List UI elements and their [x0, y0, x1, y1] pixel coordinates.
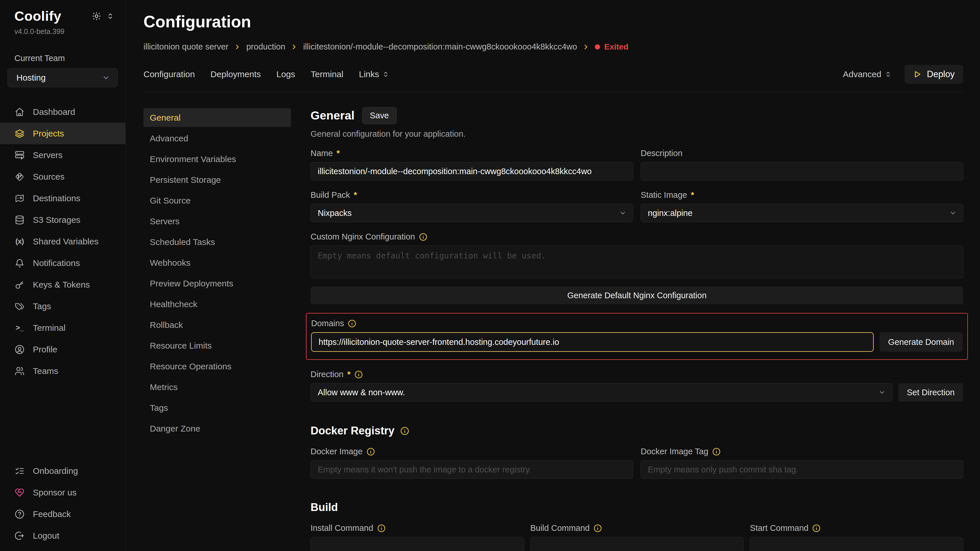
info-icon[interactable] [377, 524, 386, 533]
deploy-button[interactable]: Deploy [905, 65, 964, 84]
subnav-general[interactable]: General [143, 108, 291, 127]
required-mark: * [354, 190, 357, 200]
save-button[interactable]: Save [362, 107, 397, 124]
page-title: Configuration [143, 12, 963, 31]
generate-nginx-button[interactable]: Generate Default Nginx Configuration [310, 286, 963, 304]
tab-logs[interactable]: Logs [277, 69, 295, 79]
sidebar-item-projects[interactable]: Projects [0, 123, 125, 144]
theme-sun-icon[interactable] [92, 11, 101, 21]
static-image-select[interactable]: nginx:alpine [641, 204, 963, 222]
generate-domain-button[interactable]: Generate Domain [880, 332, 963, 352]
subnav-environment-variables[interactable]: Environment Variables [143, 150, 291, 168]
tab-terminal[interactable]: Terminal [311, 69, 344, 79]
direction-select[interactable]: Allow www & non-www. [310, 383, 892, 402]
info-icon[interactable] [812, 524, 821, 533]
custom-nginx-textarea[interactable] [310, 246, 963, 278]
general-panel: General Save General configuration for y… [310, 107, 963, 551]
sidebar-collapse-icon[interactable] [107, 13, 114, 19]
subnav-metrics[interactable]: Metrics [143, 378, 291, 396]
start-command-input[interactable] [750, 537, 963, 551]
docker-image-tag-input[interactable] [641, 460, 963, 479]
sidebar-item-s3-storages[interactable]: S3 Storages [0, 209, 125, 230]
sidebar-item-onboarding[interactable]: Onboarding [0, 460, 125, 482]
docker-image-tag-label: Docker Image Tag [641, 447, 708, 456]
build-pack-select[interactable]: Nixpacks [310, 204, 633, 222]
sidebar-item-dashboard[interactable]: Dashboard [0, 101, 125, 123]
subnav-servers[interactable]: Servers [143, 212, 291, 230]
sidebar-item-tags[interactable]: Tags [0, 295, 125, 317]
subnav-persistent-storage[interactable]: Persistent Storage [143, 170, 291, 189]
subnav-tags[interactable]: Tags [143, 399, 291, 417]
sidebar-item-label: Keys & Tokens [33, 280, 90, 290]
sidebar-item-destinations[interactable]: Destinations [0, 187, 125, 209]
install-command-input[interactable] [310, 537, 524, 551]
breadcrumb-environment[interactable]: production [246, 42, 285, 52]
current-team-label: Current Team [0, 54, 125, 63]
description-field-group: Description [641, 139, 963, 181]
sidebar-item-logout[interactable]: Logout [0, 525, 125, 546]
info-icon[interactable] [400, 426, 409, 435]
subnav-healthcheck[interactable]: Healthcheck [143, 295, 291, 313]
sidebar-item-feedback[interactable]: Feedback [0, 503, 125, 525]
status-label: Exited [604, 42, 628, 52]
name-input[interactable] [310, 162, 633, 181]
sidebar-item-sources[interactable]: Sources [0, 166, 125, 187]
sidebar: Coolify v4.0.0-beta.399 Current Team Hos… [0, 0, 126, 551]
docker-image-label: Docker Image [310, 447, 363, 456]
domains-input[interactable] [311, 332, 874, 352]
sidebar-item-sponsor-us[interactable]: Sponsor us [0, 482, 125, 503]
bell-icon [14, 258, 25, 268]
info-icon[interactable] [712, 447, 721, 456]
chevron-down-icon [619, 209, 627, 217]
docker-image-input[interactable] [310, 460, 633, 479]
subnav-git-source[interactable]: Git Source [143, 191, 291, 210]
set-direction-button[interactable]: Set Direction [898, 383, 963, 402]
sidebar-item-terminal[interactable]: >_ Terminal [0, 317, 125, 338]
required-mark: * [336, 149, 340, 158]
chevrons-up-down-icon [383, 71, 389, 78]
advanced-menu[interactable]: Advanced [843, 69, 891, 79]
info-icon[interactable] [354, 370, 363, 379]
breadcrumb-project[interactable]: illicitonion quote server [143, 42, 228, 52]
sidebar-item-profile[interactable]: Profile [0, 338, 125, 360]
sidebar-item-teams[interactable]: Teams [0, 360, 125, 382]
subnav-advanced[interactable]: Advanced [143, 129, 291, 148]
required-mark: * [347, 370, 350, 379]
start-command-label: Start Command [750, 523, 808, 533]
sidebar-item-notifications[interactable]: Notifications [0, 252, 125, 274]
chevron-right-icon [582, 43, 590, 51]
build-command-input[interactable] [530, 537, 744, 551]
sidebar-item-shared-variables[interactable]: (x) Shared Variables [0, 230, 125, 252]
sidebar-item-label: Destinations [33, 194, 80, 203]
subnav-resource-operations[interactable]: Resource Operations [143, 357, 291, 376]
tab-configuration[interactable]: Configuration [143, 69, 195, 79]
sidebar-item-keys-tokens[interactable]: Keys & Tokens [0, 274, 125, 295]
static-image-value: nginx:alpine [648, 208, 692, 218]
subnav-webhooks[interactable]: Webhooks [143, 253, 291, 272]
tab-bar: Configuration Deployments Logs Terminal … [143, 65, 963, 92]
info-icon[interactable] [419, 233, 428, 241]
sidebar-item-label: Shared Variables [33, 237, 99, 246]
sidebar-item-label: Sponsor us [33, 487, 76, 497]
breadcrumb-application[interactable]: illicitestonion/-module--decomposition:m… [303, 42, 577, 52]
static-image-label: Static Image [641, 190, 687, 200]
info-icon[interactable] [593, 524, 602, 533]
name-label: Name [310, 149, 333, 158]
sidebar-item-servers[interactable]: Servers [0, 144, 125, 166]
sidebar-header: Coolify [0, 8, 125, 24]
description-input[interactable] [641, 162, 963, 181]
subnav-rollback[interactable]: Rollback [143, 316, 291, 334]
tab-deployments[interactable]: Deployments [210, 69, 261, 79]
tab-links-label: Links [359, 69, 379, 79]
info-icon[interactable] [366, 447, 375, 456]
tab-links[interactable]: Links [359, 69, 389, 79]
info-icon[interactable] [348, 319, 356, 328]
team-select[interactable]: Hosting [8, 68, 118, 87]
subnav-scheduled-tasks[interactable]: Scheduled Tasks [143, 233, 291, 251]
status-badge: Exited [595, 42, 628, 52]
chevron-down-icon [878, 389, 886, 396]
chevron-down-icon [102, 74, 110, 82]
subnav-preview-deployments[interactable]: Preview Deployments [143, 274, 291, 293]
subnav-resource-limits[interactable]: Resource Limits [143, 336, 291, 355]
subnav-danger-zone[interactable]: Danger Zone [143, 419, 291, 438]
